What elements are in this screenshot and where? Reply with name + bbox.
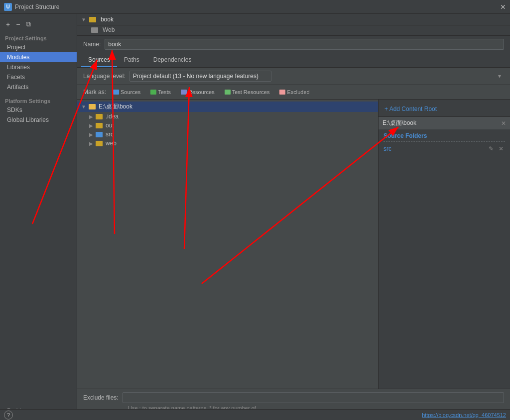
remove-source-folder-button[interactable]: ✕	[497, 145, 505, 153]
app-icon: U	[4, 3, 12, 11]
add-module-button[interactable]: +	[4, 19, 12, 29]
sidebar-toolbar: + − ⧉	[0, 18, 77, 33]
remove-module-button[interactable]: −	[14, 19, 22, 29]
file-tree: ▼ E:\桌面\book ▶ .idea ▶ out	[77, 100, 378, 389]
src-expand-arrow: ▶	[89, 132, 93, 137]
mark-as-testresources-button[interactable]: Test Resources	[222, 88, 273, 96]
module-tree-strip: ▼ book	[77, 14, 510, 25]
name-row: Name:	[77, 36, 510, 53]
mark-as-label: Mark as:	[83, 89, 106, 96]
tab-dependencies[interactable]: Dependencies	[146, 53, 199, 67]
edit-source-folder-button[interactable]: ✎	[487, 145, 495, 153]
tree-item-web[interactable]: ▶ web	[77, 139, 378, 148]
testresources-folder-icon	[225, 90, 231, 95]
mark-as-excluded-button[interactable]: Excluded	[276, 88, 312, 96]
root-folder-icon	[89, 104, 96, 109]
tabs-row: Sources Paths Dependencies	[77, 53, 510, 68]
resources-folder-icon	[181, 90, 187, 95]
platform-settings-label: Platform Settings	[0, 96, 77, 105]
web-module-label[interactable]: Web	[103, 26, 115, 33]
idea-expand-arrow: ▶	[89, 114, 93, 119]
excluded-folder-icon	[279, 90, 285, 95]
copy-module-button[interactable]: ⧉	[24, 19, 33, 29]
tree-item-idea[interactable]: ▶ .idea	[77, 112, 378, 121]
language-level-row: Language level: Project default (13 - No…	[77, 68, 510, 85]
source-folder-actions: ✎ ✕	[487, 145, 505, 153]
src-folder-icon	[96, 132, 103, 137]
bottom-bar: ? https://blog.csdn.net/qq_46074512	[0, 409, 510, 420]
out-expand-arrow: ▶	[89, 123, 93, 128]
tree-root-item[interactable]: ▼ E:\桌面\book	[77, 102, 378, 112]
mark-as-sources-button[interactable]: Sources	[110, 88, 143, 96]
out-folder-icon	[96, 123, 103, 128]
book-module-label[interactable]: book	[101, 16, 114, 23]
add-content-root-button[interactable]: + Add Content Root	[384, 105, 437, 112]
exclude-input[interactable]	[123, 392, 504, 403]
content-area: ▼ book Web Name: Sources Paths Dependenc…	[77, 14, 510, 420]
web-module-strip: Web	[77, 25, 510, 36]
sidebar-item-libraries[interactable]: Libraries	[0, 62, 77, 72]
tree-expand-arrow: ▼	[81, 17, 86, 22]
tab-paths[interactable]: Paths	[117, 53, 146, 67]
sources-folder-icon	[113, 90, 119, 95]
content-root-path: E:\桌面\book	[382, 119, 416, 127]
web-tree-folder-icon	[96, 141, 103, 146]
url-label[interactable]: https://blog.csdn.net/qq_46074512	[422, 412, 506, 418]
source-folders-separator	[383, 141, 505, 142]
web-folder-icon	[91, 27, 98, 33]
language-level-select[interactable]: Project default (13 - No new language fe…	[129, 71, 271, 82]
sidebar-item-project[interactable]: Project	[0, 42, 77, 52]
source-folders-section: Source Folders src ✎ ✕	[379, 129, 510, 156]
sidebar-item-global-libraries[interactable]: Global Libraries	[0, 115, 77, 125]
web-expand-arrow: ▶	[89, 141, 93, 146]
source-folders-title: Source Folders	[383, 132, 505, 139]
content-root-header: E:\桌面\book ✕	[379, 117, 510, 129]
exclude-row: Exclude files:	[83, 392, 504, 403]
tree-panel-wrap: ▼ E:\桌面\book ▶ .idea ▶ out	[77, 100, 510, 389]
idea-folder-icon	[96, 114, 103, 119]
root-expand-arrow: ▼	[81, 104, 86, 109]
close-button[interactable]: ✕	[500, 3, 506, 11]
mark-as-resources-button[interactable]: Resources	[178, 88, 218, 96]
tab-sources[interactable]: Sources	[81, 53, 117, 67]
mark-as-row: Mark as: Sources Tests Resources Test Re…	[77, 85, 510, 100]
language-level-label: Language level:	[83, 73, 126, 80]
sidebar-item-artifacts[interactable]: Artifacts	[0, 82, 77, 92]
tree-item-out[interactable]: ▶ out	[77, 121, 378, 130]
sidebar-item-modules[interactable]: Modules	[0, 52, 77, 62]
sidebar: + − ⧉ Project Settings Project Modules L…	[0, 14, 77, 420]
book-folder-icon	[89, 17, 96, 22]
source-folder-path: src	[383, 145, 391, 152]
name-label: Name:	[83, 41, 101, 48]
title-bar: U Project Structure ✕	[0, 0, 510, 14]
sidebar-item-sdks[interactable]: SDKs	[0, 105, 77, 115]
name-input[interactable]	[105, 39, 504, 50]
mark-as-tests-button[interactable]: Tests	[147, 88, 174, 96]
project-settings-label: Project Settings	[0, 33, 77, 42]
exclude-label: Exclude files:	[83, 394, 119, 401]
add-content-root-section: + Add Content Root	[379, 104, 510, 117]
language-level-select-wrap: Project default (13 - No new language fe…	[129, 71, 504, 82]
tests-folder-icon	[150, 90, 156, 95]
source-folder-item-src: src ✎ ✕	[383, 144, 505, 154]
content-root-close-button[interactable]: ✕	[501, 120, 506, 127]
tree-item-src[interactable]: ▶ src	[77, 130, 378, 139]
main-layout: + − ⧉ Project Settings Project Modules L…	[0, 14, 510, 420]
right-panel: + Add Content Root E:\桌面\book ✕ Source F…	[378, 100, 510, 389]
sidebar-item-facets[interactable]: Facets	[0, 72, 77, 82]
window-title: Project Structure	[15, 3, 59, 10]
help-button[interactable]: ?	[4, 411, 13, 420]
